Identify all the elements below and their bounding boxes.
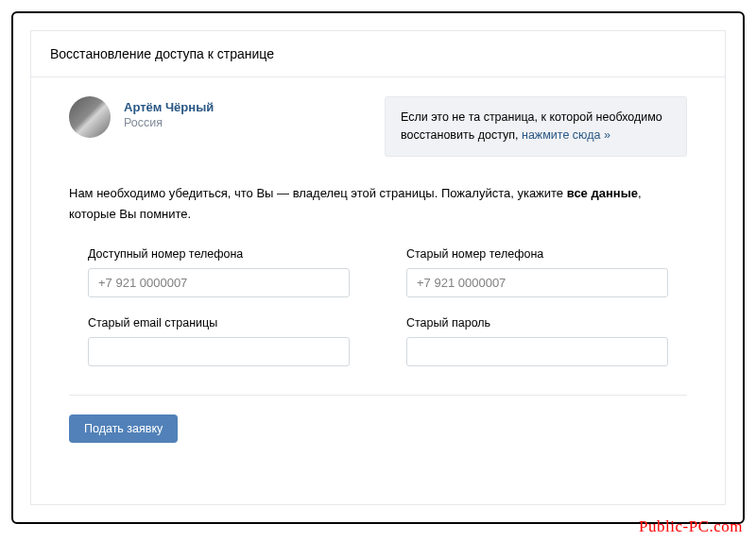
user-row: Артём Чёрный Россия Если это не та стран… <box>69 96 687 157</box>
available-phone-input[interactable] <box>88 268 350 297</box>
card-body: Артём Чёрный Россия Если это не та стран… <box>31 77 725 504</box>
old-password-input[interactable] <box>406 337 668 366</box>
user-location: Россия <box>124 116 214 129</box>
recovery-card: Восстановление доступа к странице Артём … <box>30 30 726 505</box>
user-text: Артём Чёрный Россия <box>124 96 214 129</box>
card-header: Восстановление доступа к странице <box>31 31 725 77</box>
wrong-page-infobox: Если это не та страница, к которой необх… <box>385 96 687 157</box>
user-name[interactable]: Артём Чёрный <box>124 100 214 114</box>
available-phone-field: Доступный номер телефона <box>88 247 350 297</box>
old-email-input[interactable] <box>88 337 350 366</box>
watermark: Public-PC.com <box>639 517 743 536</box>
click-here-link[interactable]: нажмите сюда » <box>522 128 610 142</box>
old-email-field: Старый email страницы <box>88 316 350 366</box>
old-email-label: Старый email страницы <box>88 316 350 330</box>
old-password-field: Старый пароль <box>406 316 668 366</box>
submit-button[interactable]: Подать заявку <box>69 414 178 443</box>
divider <box>69 395 687 396</box>
old-phone-input[interactable] <box>406 268 668 297</box>
old-password-label: Старый пароль <box>406 316 668 330</box>
old-phone-label: Старый номер телефона <box>406 247 668 261</box>
page-title: Восстановление доступа к странице <box>50 46 706 61</box>
instruction-text: Нам необходимо убедиться, что Вы — владе… <box>69 183 687 225</box>
avatar <box>69 96 111 138</box>
form-grid: Доступный номер телефона Старый номер те… <box>69 247 687 366</box>
old-phone-field: Старый номер телефона <box>406 247 668 297</box>
available-phone-label: Доступный номер телефона <box>88 247 350 261</box>
